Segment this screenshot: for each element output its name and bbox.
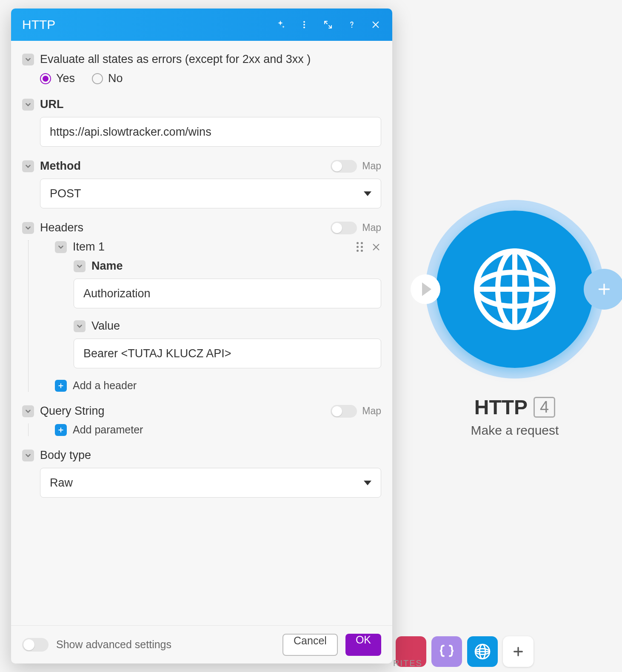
collapse-toggle[interactable] (22, 54, 34, 65)
body-type-label: Body type (40, 449, 91, 462)
toolbar-json-tool[interactable] (431, 636, 462, 667)
collapse-toggle[interactable] (22, 222, 34, 234)
http-node[interactable]: HTTP 4 Make a request (408, 200, 621, 438)
node-subtitle: Make a request (471, 423, 559, 438)
radio-label-yes: Yes (56, 72, 75, 85)
advanced-settings-toggle[interactable] (22, 638, 49, 652)
advanced-settings-label: Show advanced settings (56, 638, 275, 651)
help-icon[interactable] (346, 19, 357, 30)
ok-button[interactable]: OK (345, 634, 381, 656)
cancel-button[interactable]: Cancel (282, 634, 338, 656)
expand-icon[interactable] (322, 19, 334, 30)
svg-point-11 (303, 26, 305, 28)
header-value-input[interactable]: Bearer <TUTAJ KLUCZ API> (74, 339, 381, 368)
header-value-value: Bearer <TUTAJ KLUCZ API> (83, 347, 231, 360)
evaluate-errors-yes[interactable]: Yes (40, 72, 75, 85)
collapse-toggle[interactable] (74, 320, 86, 332)
modal-footer: Show advanced settings Cancel OK (11, 625, 392, 663)
add-header-label: Add a header (73, 379, 137, 392)
header-name-input[interactable]: Authorization (74, 279, 381, 308)
ai-sparkle-icon[interactable] (275, 19, 286, 30)
chevron-down-icon (364, 481, 371, 485)
query-map-toggle[interactable] (331, 405, 357, 418)
method-value: POST (50, 187, 81, 200)
toolbar-add-button[interactable] (503, 636, 534, 667)
method-select[interactable]: POST (40, 179, 381, 208)
query-string-label: Query String (40, 404, 105, 418)
collapse-toggle[interactable] (22, 160, 34, 172)
toolbar-http-tool[interactable] (467, 636, 498, 667)
url-value: https://api.slowtracker.com/wins (50, 125, 211, 139)
map-label: Map (362, 222, 381, 233)
collapse-toggle[interactable] (55, 241, 67, 253)
remove-item-icon[interactable] (371, 242, 381, 252)
method-label: Method (40, 159, 81, 173)
radio-icon (92, 73, 103, 84)
chevron-down-icon (364, 191, 371, 196)
node-order-badge: 4 (534, 397, 555, 418)
map-label: Map (362, 160, 381, 172)
svg-point-10 (303, 24, 305, 26)
header-value-label: Value (91, 319, 120, 333)
method-map-toggle[interactable] (331, 160, 357, 173)
module-config-modal: HTTP (11, 9, 392, 663)
more-menu-icon[interactable] (299, 19, 310, 30)
toolbar-caption: RITES (393, 658, 422, 668)
body-type-select[interactable]: Raw (40, 468, 381, 498)
radio-icon (40, 73, 51, 84)
header-name-value: Authorization (83, 287, 151, 300)
add-parameter-button[interactable] (55, 424, 67, 436)
close-icon[interactable] (370, 19, 381, 30)
node-input-port[interactable] (411, 274, 440, 304)
headers-label: Headers (40, 221, 83, 234)
modal-title: HTTP (22, 17, 275, 32)
collapse-toggle[interactable] (22, 99, 34, 111)
node-circle[interactable] (436, 211, 593, 368)
globe-icon (472, 247, 557, 332)
evaluate-errors-label: Evaluate all states as errors (except fo… (40, 53, 311, 66)
svg-point-12 (351, 27, 353, 28)
node-add-port[interactable] (584, 269, 622, 310)
add-parameter-label: Add parameter (73, 424, 143, 436)
modal-header: HTTP (11, 9, 392, 41)
svg-point-9 (303, 21, 305, 23)
header-name-label: Name (91, 259, 123, 273)
collapse-toggle[interactable] (22, 405, 34, 417)
evaluate-errors-no[interactable]: No (92, 72, 123, 85)
headers-map-toggle[interactable] (331, 222, 357, 234)
url-input[interactable]: https://api.slowtracker.com/wins (40, 117, 381, 147)
radio-label-no: No (108, 72, 123, 85)
map-label: Map (362, 405, 381, 417)
body-type-value: Raw (50, 476, 73, 490)
drag-handle-icon[interactable] (355, 242, 365, 252)
header-item-title: Item 1 (73, 240, 349, 253)
add-header-button[interactable] (55, 380, 67, 392)
collapse-toggle[interactable] (74, 260, 86, 272)
url-label: URL (40, 98, 64, 111)
collapse-toggle[interactable] (22, 450, 34, 461)
scenario-canvas[interactable]: HTTP 4 Make a request RITES HTTP (0, 0, 622, 672)
modal-body[interactable]: Evaluate all states as errors (except fo… (11, 41, 392, 625)
node-title: HTTP (474, 396, 528, 419)
